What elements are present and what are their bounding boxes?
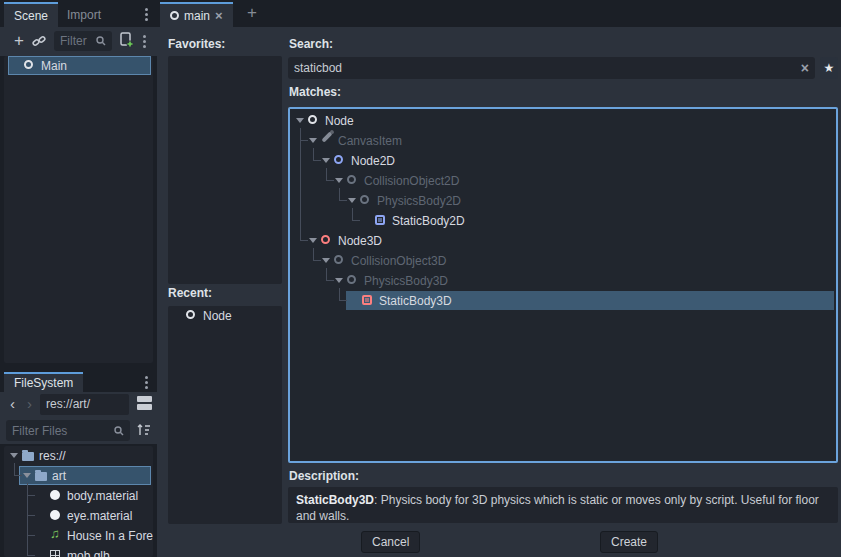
filesystem-filter-row <box>0 418 157 444</box>
tab-scene-label: Scene <box>14 9 48 23</box>
chevron-down-icon[interactable] <box>23 473 31 478</box>
tab-main-scene[interactable]: main × <box>160 2 233 27</box>
filesystem-tree: res://artbody.materialeye.material♫House… <box>4 446 153 557</box>
tree-item-node2d[interactable]: Node2D <box>290 151 836 171</box>
tree-guide-line <box>300 240 308 241</box>
tab-import[interactable]: Import <box>57 2 111 27</box>
add-node-icon[interactable]: + <box>10 31 28 51</box>
tree-item-label: res:// <box>39 449 66 463</box>
tree-guide-line <box>326 268 327 280</box>
music-icon: ♫ <box>50 529 60 539</box>
chevron-down-icon[interactable] <box>335 278 343 283</box>
chevron-down-icon[interactable] <box>322 158 330 163</box>
favorites-label: Favorites: <box>168 37 225 51</box>
description-label: Description: <box>289 469 359 483</box>
search-icon <box>114 426 124 436</box>
forward-icon[interactable]: › <box>27 395 32 412</box>
tree-guide-line <box>326 180 334 181</box>
filter-files-box[interactable] <box>6 420 130 441</box>
tree-guide-line <box>300 128 301 240</box>
chevron-down-icon[interactable] <box>296 118 304 123</box>
add-scene-tab-icon[interactable]: + <box>247 3 257 23</box>
chevron-down-icon[interactable] <box>309 138 317 143</box>
close-tab-icon[interactable]: × <box>215 8 223 23</box>
scene-tabs-bar: main × + <box>157 0 841 27</box>
tree-item-main[interactable]: Main <box>4 56 153 76</box>
tree-item-collisionobject2d[interactable]: CollisionObject2D <box>290 171 836 191</box>
tree-item-label: House In a Forest Lo <box>67 529 153 543</box>
circle-icon <box>347 275 356 284</box>
tab-scene[interactable]: Scene <box>4 2 58 27</box>
sphere-icon <box>50 490 60 500</box>
tree-guide-line <box>326 168 327 180</box>
circle-icon <box>360 195 369 204</box>
scene-tree: Main <box>4 56 153 363</box>
tree-item-label: mob.glb <box>67 549 110 557</box>
attach-script-icon[interactable] <box>119 32 134 48</box>
filesystem-menu-icon[interactable] <box>139 372 153 392</box>
tree-guide-line <box>313 160 321 161</box>
sort-files-icon[interactable] <box>137 423 151 440</box>
create-label: Create <box>611 535 647 549</box>
chevron-down-icon[interactable] <box>322 258 330 263</box>
scene-dock-menu-icon[interactable] <box>139 4 153 24</box>
tree-item-label: PhysicsBody3D <box>364 274 448 288</box>
tree-guide-line <box>14 475 22 476</box>
tree-item-staticbody3d[interactable]: StaticBody3D <box>290 291 836 311</box>
cancel-button[interactable]: Cancel <box>361 531 420 553</box>
scene-dock-tabbar: Scene Import <box>0 0 157 27</box>
favorites-list[interactable] <box>168 56 282 284</box>
chevron-down-icon[interactable] <box>335 178 343 183</box>
scene-dock: Scene Import + <box>0 0 157 367</box>
box-icon <box>362 295 372 305</box>
description-box: StaticBody3D: Physics body for 3D physic… <box>288 487 838 523</box>
chevron-down-icon[interactable] <box>348 198 356 203</box>
tab-filesystem[interactable]: FileSystem <box>4 372 83 392</box>
tree-item-label: PhysicsBody2D <box>377 194 461 208</box>
clear-search-icon[interactable]: × <box>801 60 809 76</box>
back-icon[interactable]: ‹ <box>10 395 15 412</box>
recent-list: Node <box>168 306 282 524</box>
tree-item-res-[interactable]: res:// <box>4 446 153 466</box>
scene-toolbar: + <box>0 27 157 56</box>
tree-item-label: eye.material <box>67 509 132 523</box>
tree-guide-line <box>339 200 347 201</box>
scene-filter-input[interactable] <box>60 34 91 48</box>
tree-guide-line <box>27 495 35 496</box>
toggle-split-mode-icon[interactable] <box>137 396 152 410</box>
tree-item-canvasitem[interactable]: CanvasItem <box>290 131 836 151</box>
instance-scene-icon[interactable] <box>32 34 46 48</box>
create-button[interactable]: Create <box>600 531 658 553</box>
matches-tree: NodeCanvasItemNode2DCollisionObject2DPhy… <box>290 111 836 463</box>
scene-toolbar-menu-icon[interactable] <box>137 31 151 51</box>
chevron-down-icon[interactable] <box>10 453 18 458</box>
favorite-toggle-button[interactable]: ★ <box>820 57 838 79</box>
tree-item-label: CanvasItem <box>338 134 402 148</box>
tree-item-staticbody2d[interactable]: StaticBody2D <box>290 211 836 231</box>
node-search-box[interactable]: × <box>288 57 815 79</box>
matches-label: Matches: <box>289 85 341 99</box>
cancel-label: Cancel <box>372 535 409 549</box>
circle-icon <box>24 60 33 69</box>
path-breadcrumb[interactable]: res://art/ <box>40 394 129 415</box>
mesh-icon <box>50 550 60 557</box>
tree-item-physicsbody3d[interactable]: PhysicsBody3D <box>290 271 836 291</box>
tree-item-node[interactable]: Node <box>290 111 836 131</box>
tab-filesystem-label: FileSystem <box>14 376 73 390</box>
tree-guide-line <box>313 260 321 261</box>
tree-item-node3d[interactable]: Node3D <box>290 231 836 251</box>
tree-item-collisionobject3d[interactable]: CollisionObject3D <box>290 251 836 271</box>
filesystem-dock: FileSystem ‹ › res://art/ <box>0 370 157 557</box>
tree-guide-line <box>27 515 35 516</box>
chevron-down-icon[interactable] <box>309 238 317 243</box>
tree-item-label: CollisionObject2D <box>364 174 459 188</box>
scene-filter-box[interactable] <box>54 31 112 51</box>
tree-item-label: art <box>52 469 66 483</box>
folder-icon <box>35 472 47 481</box>
tree-item-label: body.material <box>67 489 138 503</box>
tree-item-physicsbody2d[interactable]: PhysicsBody2D <box>290 191 836 211</box>
filter-files-input[interactable] <box>12 424 109 438</box>
tree-item-node[interactable]: Node <box>168 306 282 326</box>
node-search-input[interactable] <box>294 61 796 75</box>
tree-guide-line <box>27 555 35 556</box>
